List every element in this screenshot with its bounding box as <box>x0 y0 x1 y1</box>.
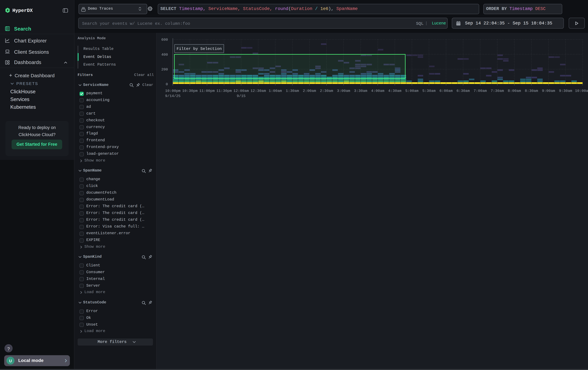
svg-text:7:00am: 7:00am <box>473 89 487 93</box>
svg-text:3:30am: 3:30am <box>354 89 367 93</box>
svg-text:9:00am: 9:00am <box>542 89 555 93</box>
svg-text:7:30am: 7:30am <box>490 89 504 93</box>
svg-text:Filter by Selection: Filter by Selection <box>177 47 221 51</box>
svg-text:9/15: 9/15 <box>237 94 245 98</box>
svg-text:6:00am: 6:00am <box>439 89 452 93</box>
svg-text:5:30am: 5:30am <box>422 89 435 93</box>
svg-text:3:00am: 3:00am <box>337 89 350 93</box>
svg-text:2:30am: 2:30am <box>320 89 333 93</box>
svg-text:10:00am: 10:00am <box>575 89 588 93</box>
svg-text:6:30am: 6:30am <box>456 89 470 93</box>
svg-text:11:30pm: 11:30pm <box>216 89 232 93</box>
svg-text:10:30pm: 10:30pm <box>182 89 198 93</box>
svg-text:4:30am: 4:30am <box>388 89 401 93</box>
svg-text:1:00am: 1:00am <box>269 89 282 93</box>
svg-text:12:00am: 12:00am <box>233 89 249 93</box>
svg-text:11:00pm: 11:00pm <box>199 89 215 93</box>
svg-text:1:30am: 1:30am <box>286 89 299 93</box>
svg-text:400: 400 <box>161 53 168 57</box>
svg-text:2:00am: 2:00am <box>303 89 316 93</box>
svg-text:9/14/25: 9/14/25 <box>165 94 180 98</box>
svg-text:12:30am: 12:30am <box>250 89 266 93</box>
svg-text:9:30am: 9:30am <box>559 89 572 93</box>
svg-text:4:00am: 4:00am <box>371 89 384 93</box>
svg-text:200: 200 <box>161 67 168 72</box>
svg-text:10:00pm: 10:00pm <box>165 89 180 93</box>
svg-text:8:00am: 8:00am <box>508 89 521 93</box>
svg-text:0: 0 <box>166 82 168 86</box>
svg-text:5:00am: 5:00am <box>405 89 418 93</box>
svg-text:8:30am: 8:30am <box>525 89 538 93</box>
svg-text:600: 600 <box>161 38 168 42</box>
